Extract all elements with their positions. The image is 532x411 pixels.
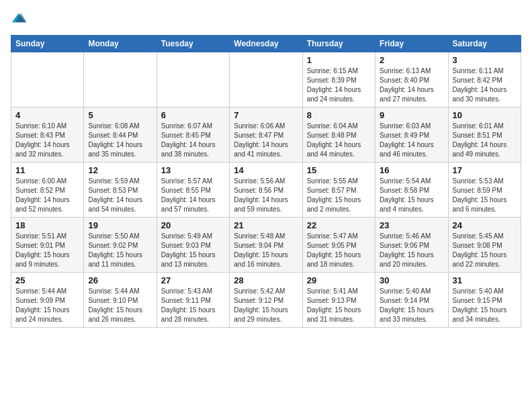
calendar-cell: 16Sunrise: 5:54 AMSunset: 8:58 PMDayligh… — [375, 163, 448, 218]
calendar-cell: 14Sunrise: 5:56 AMSunset: 8:56 PMDayligh… — [230, 163, 302, 218]
calendar-cell: 26Sunrise: 5:44 AMSunset: 9:10 PMDayligh… — [84, 273, 157, 328]
day-info: Sunrise: 6:04 AMSunset: 8:48 PMDaylight:… — [307, 122, 371, 159]
day-number: 16 — [380, 165, 443, 175]
day-info: Sunrise: 5:57 AMSunset: 8:55 PMDaylight:… — [161, 177, 225, 214]
day-info: Sunrise: 5:55 AMSunset: 8:57 PMDaylight:… — [307, 177, 371, 214]
calendar-cell: 4Sunrise: 6:10 AMSunset: 8:43 PMDaylight… — [11, 107, 84, 163]
calendar-cell: 30Sunrise: 5:40 AMSunset: 9:14 PMDayligh… — [375, 273, 448, 328]
day-number: 12 — [88, 165, 152, 175]
day-info: Sunrise: 6:10 AMSunset: 8:43 PMDaylight:… — [15, 122, 79, 159]
day-number: 1 — [307, 55, 371, 65]
calendar-cell: 6Sunrise: 6:07 AMSunset: 8:45 PMDaylight… — [157, 107, 229, 163]
calendar-cell: 19Sunrise: 5:50 AMSunset: 9:02 PMDayligh… — [84, 218, 157, 273]
day-info: Sunrise: 5:51 AMSunset: 9:01 PMDaylight:… — [15, 232, 79, 269]
calendar-cell: 2Sunrise: 6:13 AMSunset: 8:40 PMDaylight… — [375, 52, 448, 107]
day-info: Sunrise: 5:49 AMSunset: 9:03 PMDaylight:… — [161, 232, 225, 269]
day-number: 7 — [234, 110, 298, 120]
header-thursday: Thursday — [302, 36, 375, 52]
calendar-cell: 1Sunrise: 6:15 AMSunset: 8:39 PMDaylight… — [302, 52, 375, 107]
calendar-cell: 9Sunrise: 6:03 AMSunset: 8:49 PMDaylight… — [375, 107, 448, 163]
day-number: 28 — [234, 275, 298, 285]
calendar-cell: 29Sunrise: 5:41 AMSunset: 9:13 PMDayligh… — [302, 273, 375, 328]
calendar-cell: 11Sunrise: 6:00 AMSunset: 8:52 PMDayligh… — [11, 163, 84, 218]
calendar-cell — [230, 52, 302, 107]
day-info: Sunrise: 5:50 AMSunset: 9:02 PMDaylight:… — [88, 232, 152, 269]
day-number: 15 — [307, 165, 371, 175]
calendar-week-5: 25Sunrise: 5:44 AMSunset: 9:09 PMDayligh… — [11, 273, 521, 328]
day-number: 30 — [380, 275, 443, 285]
day-number: 14 — [234, 165, 298, 175]
calendar-week-2: 4Sunrise: 6:10 AMSunset: 8:43 PMDaylight… — [11, 107, 521, 163]
day-info: Sunrise: 5:45 AMSunset: 9:08 PMDaylight:… — [453, 232, 517, 269]
calendar-header-row: SundayMondayTuesdayWednesdayThursdayFrid… — [11, 36, 521, 52]
calendar-cell: 20Sunrise: 5:49 AMSunset: 9:03 PMDayligh… — [157, 218, 229, 273]
day-number: 8 — [307, 110, 371, 120]
header-friday: Friday — [375, 36, 448, 52]
header-wednesday: Wednesday — [230, 36, 302, 52]
day-number: 24 — [453, 220, 517, 230]
day-info: Sunrise: 5:40 AMSunset: 9:15 PMDaylight:… — [453, 287, 517, 324]
day-number: 5 — [88, 110, 152, 120]
day-info: Sunrise: 5:47 AMSunset: 9:05 PMDaylight:… — [307, 232, 371, 269]
calendar-cell: 13Sunrise: 5:57 AMSunset: 8:55 PMDayligh… — [157, 163, 229, 218]
day-info: Sunrise: 5:40 AMSunset: 9:14 PMDaylight:… — [380, 287, 443, 324]
day-info: Sunrise: 5:53 AMSunset: 8:59 PMDaylight:… — [453, 177, 517, 214]
calendar-cell: 18Sunrise: 5:51 AMSunset: 9:01 PMDayligh… — [11, 218, 84, 273]
calendar-cell: 24Sunrise: 5:45 AMSunset: 9:08 PMDayligh… — [448, 218, 521, 273]
day-info: Sunrise: 5:41 AMSunset: 9:13 PMDaylight:… — [307, 287, 371, 324]
calendar-cell: 5Sunrise: 6:08 AMSunset: 8:44 PMDaylight… — [84, 107, 157, 163]
day-info: Sunrise: 5:59 AMSunset: 8:53 PMDaylight:… — [88, 177, 152, 214]
calendar-table: SundayMondayTuesdayWednesdayThursdayFrid… — [11, 35, 521, 328]
day-number: 26 — [88, 275, 152, 285]
header-sunday: Sunday — [11, 36, 84, 52]
day-number: 4 — [15, 110, 79, 120]
day-number: 2 — [380, 55, 443, 65]
day-info: Sunrise: 5:42 AMSunset: 9:12 PMDaylight:… — [234, 287, 298, 324]
day-number: 31 — [453, 275, 517, 285]
day-number: 19 — [88, 220, 152, 230]
calendar-cell: 10Sunrise: 6:01 AMSunset: 8:51 PMDayligh… — [448, 107, 521, 163]
day-number: 20 — [161, 220, 225, 230]
day-info: Sunrise: 6:06 AMSunset: 8:47 PMDaylight:… — [234, 122, 298, 159]
calendar-cell — [157, 52, 229, 107]
calendar-cell: 22Sunrise: 5:47 AMSunset: 9:05 PMDayligh… — [302, 218, 375, 273]
day-info: Sunrise: 6:00 AMSunset: 8:52 PMDaylight:… — [15, 177, 79, 214]
calendar-cell: 17Sunrise: 5:53 AMSunset: 8:59 PMDayligh… — [448, 163, 521, 218]
day-number: 22 — [307, 220, 371, 230]
calendar-body: 1Sunrise: 6:15 AMSunset: 8:39 PMDaylight… — [11, 52, 521, 328]
day-info: Sunrise: 5:54 AMSunset: 8:58 PMDaylight:… — [380, 177, 443, 214]
header-monday: Monday — [84, 36, 157, 52]
header-saturday: Saturday — [448, 36, 521, 52]
day-info: Sunrise: 6:07 AMSunset: 8:45 PMDaylight:… — [161, 122, 225, 159]
day-number: 9 — [380, 110, 443, 120]
calendar-cell: 23Sunrise: 5:46 AMSunset: 9:06 PMDayligh… — [375, 218, 448, 273]
day-number: 27 — [161, 275, 225, 285]
calendar-cell: 12Sunrise: 5:59 AMSunset: 8:53 PMDayligh… — [84, 163, 157, 218]
calendar-cell: 21Sunrise: 5:48 AMSunset: 9:04 PMDayligh… — [230, 218, 302, 273]
day-number: 25 — [15, 275, 79, 285]
day-info: Sunrise: 5:56 AMSunset: 8:56 PMDaylight:… — [234, 177, 298, 214]
calendar-cell — [11, 52, 84, 107]
calendar-cell: 27Sunrise: 5:43 AMSunset: 9:11 PMDayligh… — [157, 273, 229, 328]
day-info: Sunrise: 5:43 AMSunset: 9:11 PMDaylight:… — [161, 287, 225, 324]
day-number: 3 — [453, 55, 517, 65]
calendar-cell: 25Sunrise: 5:44 AMSunset: 9:09 PMDayligh… — [11, 273, 84, 328]
day-number: 13 — [161, 165, 225, 175]
day-info: Sunrise: 5:44 AMSunset: 9:10 PMDaylight:… — [88, 287, 152, 324]
day-number: 10 — [453, 110, 517, 120]
calendar-week-1: 1Sunrise: 6:15 AMSunset: 8:39 PMDaylight… — [11, 52, 521, 107]
header-tuesday: Tuesday — [157, 36, 229, 52]
day-info: Sunrise: 5:48 AMSunset: 9:04 PMDaylight:… — [234, 232, 298, 269]
day-info: Sunrise: 6:11 AMSunset: 8:42 PMDaylight:… — [453, 66, 517, 104]
calendar-cell: 28Sunrise: 5:42 AMSunset: 9:12 PMDayligh… — [230, 273, 302, 328]
logo-icon — [11, 11, 27, 27]
day-number: 21 — [234, 220, 298, 230]
day-info: Sunrise: 6:15 AMSunset: 8:39 PMDaylight:… — [307, 66, 371, 104]
calendar-cell: 31Sunrise: 5:40 AMSunset: 9:15 PMDayligh… — [448, 273, 521, 328]
calendar-cell: 3Sunrise: 6:11 AMSunset: 8:42 PMDaylight… — [448, 52, 521, 107]
calendar-cell — [84, 52, 157, 107]
day-info: Sunrise: 5:46 AMSunset: 9:06 PMDaylight:… — [380, 232, 443, 269]
calendar-week-3: 11Sunrise: 6:00 AMSunset: 8:52 PMDayligh… — [11, 163, 521, 218]
day-info: Sunrise: 6:01 AMSunset: 8:51 PMDaylight:… — [453, 122, 517, 159]
day-number: 17 — [453, 165, 517, 175]
